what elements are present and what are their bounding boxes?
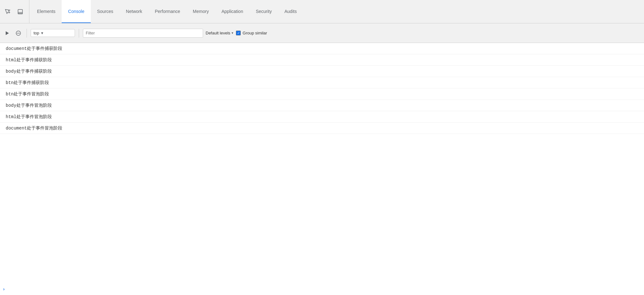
console-line: document处于事件冒泡阶段: [0, 123, 644, 134]
tab-network[interactable]: Network: [120, 0, 148, 23]
tab-elements[interactable]: Elements: [31, 0, 62, 23]
cursor-icon[interactable]: [3, 7, 13, 17]
console-input[interactable]: [8, 287, 641, 292]
main-content: top ▾ Default levels ▾ ✓ Group similar d…: [0, 23, 644, 295]
tab-console[interactable]: Console: [62, 0, 90, 23]
svg-marker-2: [6, 31, 9, 35]
console-line: btn处于事件冒泡阶段: [0, 88, 644, 100]
console-line: document处于事件捕获阶段: [0, 43, 644, 54]
default-levels-arrow-icon: ▾: [232, 31, 233, 35]
console-input-line[interactable]: ›: [0, 284, 644, 295]
toolbar-divider-2: [79, 29, 79, 38]
toolbar-divider: [27, 29, 27, 38]
svg-rect-1: [18, 12, 22, 14]
tab-bar: ElementsConsoleSourcesNetworkPerformance…: [0, 0, 644, 23]
default-levels-selector[interactable]: Default levels ▾: [206, 31, 233, 35]
devtools-icons: [3, 0, 29, 23]
tab-sources[interactable]: Sources: [91, 0, 120, 23]
filter-input[interactable]: [83, 29, 203, 38]
tab-application[interactable]: Application: [215, 0, 250, 23]
prompt-arrow-icon: ›: [3, 287, 5, 292]
tab-memory[interactable]: Memory: [187, 0, 215, 23]
group-similar-label: Group similar: [243, 31, 267, 35]
tab-performance[interactable]: Performance: [148, 0, 186, 23]
drawer-icon[interactable]: [15, 7, 25, 17]
context-value: top: [34, 31, 39, 35]
dropdown-arrow-icon: ▾: [41, 31, 43, 35]
console-toolbar: top ▾ Default levels ▾ ✓ Group similar: [0, 23, 644, 43]
tab-audits[interactable]: Audits: [278, 0, 303, 23]
console-line: html处于事件捕获阶段: [0, 54, 644, 66]
group-similar-checkbox[interactable]: ✓: [236, 31, 241, 35]
tabs-container: ElementsConsoleSourcesNetworkPerformance…: [31, 0, 303, 23]
checkmark-icon: ✓: [237, 31, 240, 35]
clear-console-icon[interactable]: [14, 29, 23, 38]
console-line: btn处于事件捕获阶段: [0, 77, 644, 88]
console-line: body处于事件冒泡阶段: [0, 100, 644, 111]
console-line: body处于事件捕获阶段: [0, 66, 644, 77]
group-similar-toggle[interactable]: ✓ Group similar: [236, 31, 267, 35]
default-levels-label: Default levels: [206, 31, 230, 35]
context-selector[interactable]: top ▾: [31, 29, 75, 37]
execute-script-icon[interactable]: [3, 29, 11, 38]
console-output: document处于事件捕获阶段html处于事件捕获阶段body处于事件捕获阶段…: [0, 43, 644, 284]
tab-security[interactable]: Security: [250, 0, 278, 23]
console-line: html处于事件冒泡阶段: [0, 111, 644, 123]
